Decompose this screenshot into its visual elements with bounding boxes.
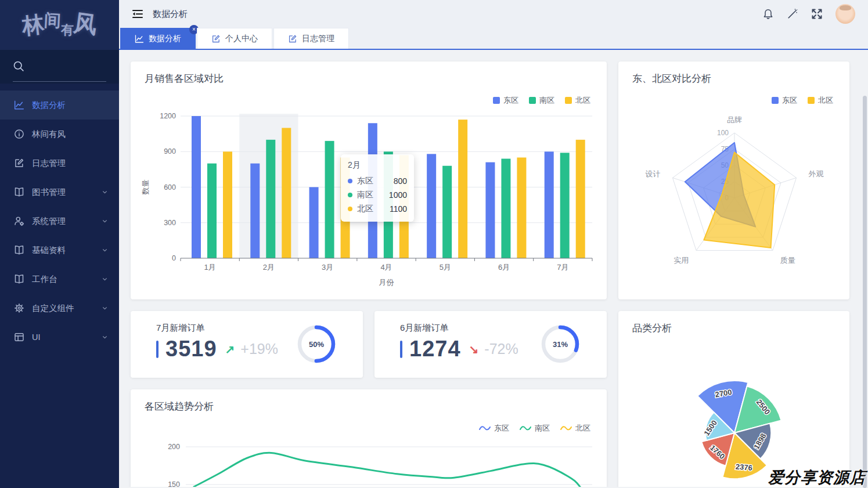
bell-icon[interactable] bbox=[762, 8, 774, 20]
chevron-down-icon bbox=[101, 334, 109, 341]
sidebar-item-label: 林间有风 bbox=[32, 129, 66, 140]
sidebar-item-custom-components[interactable]: 自定义组件 bbox=[0, 294, 119, 323]
tab-data-analysis[interactable]: 数据分析× bbox=[120, 28, 196, 49]
tab-label: 个人中心 bbox=[225, 34, 258, 44]
line-chart-legend: 东区南区北区 bbox=[479, 423, 590, 433]
sidebar-menu: 数据分析林间有风日志管理图书管理系统管理基础资料工作台自定义组件UI bbox=[0, 84, 119, 352]
tab-label: 数据分析 bbox=[149, 34, 181, 44]
chevron-down-icon bbox=[101, 189, 109, 196]
vertical-scrollbar-thumb[interactable] bbox=[863, 96, 867, 488]
tooltip-series-dot bbox=[348, 193, 352, 197]
trend-line-chart[interactable]: 200150 bbox=[131, 389, 607, 487]
tab-bar: 数据分析×个人中心日志管理 bbox=[119, 28, 868, 50]
edit-icon bbox=[14, 158, 24, 168]
chevron-down-icon bbox=[101, 247, 109, 254]
svg-text:200: 200 bbox=[168, 443, 180, 451]
stat-title: 7月新增订单 bbox=[156, 323, 204, 334]
svg-text:100: 100 bbox=[717, 129, 729, 137]
sidebar-item-data-analysis[interactable]: 数据分析 bbox=[0, 91, 119, 120]
edit-icon bbox=[211, 34, 221, 44]
user-avatar[interactable] bbox=[835, 4, 855, 24]
sidebar-item-about[interactable]: 林间有风 bbox=[0, 120, 119, 149]
legend-swatch bbox=[565, 97, 572, 104]
sidebar-search[interactable] bbox=[0, 50, 119, 84]
wave-legend-icon bbox=[520, 425, 531, 432]
sidebar-item-system-management[interactable]: 系统管理 bbox=[0, 207, 119, 236]
magic-wand-icon[interactable] bbox=[787, 8, 798, 20]
trend-up-arrow-icon: ↗ bbox=[225, 342, 235, 356]
svg-text:外观: 外观 bbox=[808, 169, 823, 178]
legend-swatch bbox=[529, 97, 536, 104]
info-icon bbox=[14, 129, 24, 139]
svg-text:2月: 2月 bbox=[263, 263, 275, 272]
legend-item-东区[interactable]: 东区 bbox=[479, 423, 509, 433]
stat-title: 6月新增订单 bbox=[400, 323, 448, 334]
book-icon bbox=[14, 187, 24, 197]
rose-pie-chart[interactable]: 270025001898237617601500 bbox=[618, 311, 849, 487]
sidebar-item-ui[interactable]: UI bbox=[0, 323, 119, 352]
svg-text:品牌: 品牌 bbox=[727, 115, 742, 124]
wave-legend-icon bbox=[479, 425, 491, 432]
legend-item-南区[interactable]: 南区 bbox=[520, 423, 550, 433]
tooltip-series-dot bbox=[348, 207, 352, 211]
tooltip-row: 东区800 bbox=[348, 174, 407, 188]
breadcrumb: 数据分析 bbox=[153, 9, 188, 20]
legend-item-东区[interactable]: 东区 bbox=[772, 95, 797, 106]
sidebar-item-base-data[interactable]: 基础资料 bbox=[0, 236, 119, 265]
layout-icon bbox=[14, 332, 24, 342]
legend-item-东区[interactable]: 东区 bbox=[493, 95, 518, 106]
app-logo[interactable]: 林间有风 bbox=[0, 0, 119, 50]
stat-accent-bar bbox=[400, 341, 402, 358]
sidebar-item-book-management[interactable]: 图书管理 bbox=[0, 178, 119, 207]
sidebar-item-label: 图书管理 bbox=[32, 187, 66, 198]
user-gear-icon bbox=[14, 216, 24, 226]
svg-text:1200: 1200 bbox=[160, 112, 176, 120]
sidebar-item-label: 系统管理 bbox=[32, 216, 66, 227]
tooltip-row: 南区1000 bbox=[348, 188, 407, 202]
book-icon bbox=[14, 274, 24, 284]
radar-compare-card: 东、北区对比分析 东区北区 1007550250品牌外观质量实用设计 bbox=[618, 62, 849, 299]
legend-item-北区[interactable]: 北区 bbox=[560, 423, 590, 433]
main-area: 数据分析 bbox=[119, 0, 868, 488]
sidebar: 林间有风 数据分析林间有风日志管理图书管理系统管理基础资料工作台自定义组件UI bbox=[0, 0, 119, 488]
edit-icon bbox=[288, 34, 297, 44]
sidebar-item-workbench[interactable]: 工作台 bbox=[0, 265, 119, 294]
chevron-down-icon bbox=[101, 218, 109, 225]
chart-line-icon bbox=[14, 100, 24, 110]
chevron-down-icon bbox=[101, 276, 109, 283]
sidebar-item-label: UI bbox=[32, 332, 41, 342]
sidebar-item-log-management[interactable]: 日志管理 bbox=[0, 149, 119, 178]
tab-log-management[interactable]: 日志管理 bbox=[273, 28, 349, 49]
app-root: 林间有风 数据分析林间有风日志管理图书管理系统管理基础资料工作台自定义组件UI … bbox=[0, 0, 868, 488]
svg-text:7月: 7月 bbox=[557, 263, 568, 272]
stat-card-july-orders: 7月新增订单 3519 ↗ +19% 50% bbox=[131, 311, 363, 378]
fold-menu-icon[interactable] bbox=[132, 8, 143, 20]
fullscreen-icon[interactable] bbox=[811, 8, 823, 20]
legend-item-北区[interactable]: 北区 bbox=[808, 95, 833, 106]
sidebar-item-label: 数据分析 bbox=[32, 100, 66, 111]
svg-text:数量: 数量 bbox=[141, 180, 150, 196]
radar-chart-legend: 东区北区 bbox=[772, 95, 833, 106]
svg-text:1月: 1月 bbox=[204, 263, 216, 272]
chevron-down-icon bbox=[101, 305, 109, 312]
stat-delta: -72% bbox=[484, 341, 518, 357]
stat-value: 3519 bbox=[165, 337, 217, 362]
tab-personal-center[interactable]: 个人中心 bbox=[197, 28, 272, 49]
sidebar-item-label: 自定义组件 bbox=[32, 303, 74, 314]
tooltip-series-dot bbox=[348, 179, 352, 183]
sidebar-item-label: 日志管理 bbox=[32, 158, 66, 169]
svg-text:月份: 月份 bbox=[379, 278, 394, 287]
stat-value: 1274 bbox=[409, 337, 461, 362]
trend-down-arrow-icon: ↘ bbox=[469, 342, 479, 356]
wave-legend-icon bbox=[560, 425, 572, 432]
svg-text:5月: 5月 bbox=[440, 263, 451, 272]
svg-text:900: 900 bbox=[164, 147, 176, 156]
gauge-label: 31% bbox=[541, 324, 580, 364]
tooltip-row: 北区1100 bbox=[348, 202, 407, 216]
legend-swatch bbox=[493, 97, 500, 104]
svg-text:300: 300 bbox=[164, 219, 176, 227]
svg-text:0: 0 bbox=[172, 254, 176, 262]
bar-chart-legend: 东区南区北区 bbox=[493, 95, 590, 106]
legend-item-北区[interactable]: 北区 bbox=[565, 95, 590, 106]
legend-item-南区[interactable]: 南区 bbox=[529, 95, 554, 106]
